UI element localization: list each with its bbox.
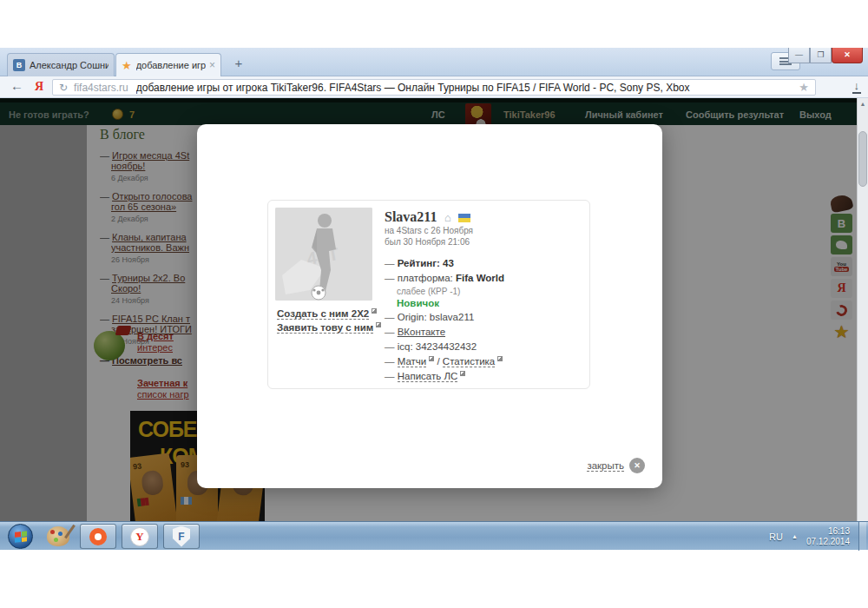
start-button[interactable] bbox=[8, 524, 33, 549]
player-silhouette-image: 4ST bbox=[275, 208, 372, 301]
player-card: 4ST Создать с ним 2X2 Заявить тову с ним… bbox=[267, 200, 590, 389]
links-separator: / bbox=[437, 356, 439, 367]
clock-date: 07.12.2014 bbox=[806, 537, 850, 547]
rating-label: Рейтинг: bbox=[398, 258, 440, 268]
icq-number: icq: 34234432432 bbox=[385, 340, 504, 354]
yandex-logo-icon[interactable]: Я bbox=[35, 80, 43, 94]
system-tray: RU ▲ 16:13 07.12.2014 bbox=[769, 522, 868, 551]
player-actions: Создать с ним 2X2 Заявить тову с ним bbox=[277, 307, 381, 334]
last-seen: был 30 Ноября 21:06 bbox=[385, 236, 473, 248]
window-controls: — ❐ ✕ bbox=[788, 48, 863, 63]
member-since: на 4Stars с 26 Ноября bbox=[385, 225, 473, 236]
player-identity: Slava211 ⌂ на 4Stars с 26 Ноября был 30 … bbox=[385, 209, 473, 248]
weaker-note: слабее (КРР -1) bbox=[397, 286, 504, 297]
bookmark-star-icon[interactable]: ★ bbox=[799, 81, 809, 94]
external-link-icon bbox=[497, 356, 503, 361]
tab-strip: B Александр Сошников ★ добавление игры о… bbox=[0, 48, 868, 76]
star-favicon-icon: ★ bbox=[122, 59, 132, 72]
new-tab-button[interactable]: + bbox=[227, 56, 250, 72]
yandex-browser-icon: Y bbox=[130, 527, 149, 546]
home-icon: ⌂ bbox=[444, 211, 451, 224]
address-url: fifa4stars.ru bbox=[74, 82, 128, 94]
tab-active-fifa4stars[interactable]: ★ добавление игры от и × bbox=[115, 53, 221, 76]
invite-friendly-link[interactable]: Заявить тову с ним bbox=[277, 322, 373, 334]
taskbar-clock[interactable]: 16:13 07.12.2014 bbox=[806, 526, 850, 547]
external-link-icon bbox=[376, 322, 381, 327]
write-pm-link[interactable]: Написать ЛС bbox=[398, 371, 458, 382]
windows-logo-icon bbox=[15, 531, 27, 542]
platform-value: Fifa World bbox=[456, 273, 504, 283]
back-button[interactable]: ← bbox=[10, 78, 23, 93]
player-details: Рейтинг: 43 платформа: Fifa World слабее… bbox=[385, 256, 504, 384]
scrollbar-thumb[interactable] bbox=[858, 131, 867, 187]
tab-title: Александр Сошников bbox=[30, 60, 108, 70]
origin-id: Origin: bslava211 bbox=[385, 310, 504, 325]
minimize-button[interactable]: — bbox=[788, 48, 810, 63]
address-page-title: добавление игры от игрока TikiTaker96. F… bbox=[136, 82, 794, 94]
external-link-icon bbox=[372, 308, 377, 314]
rating-value: 43 bbox=[443, 258, 454, 268]
paint-taskbar-icon[interactable] bbox=[47, 526, 69, 546]
close-window-button[interactable]: ✕ bbox=[832, 48, 863, 63]
origin-icon bbox=[89, 528, 107, 545]
external-link-icon bbox=[429, 356, 434, 361]
hidden-icons-arrow[interactable]: ▲ bbox=[792, 533, 798, 539]
tab-vk[interactable]: B Александр Сошников bbox=[7, 53, 115, 76]
platform-label: платформа: bbox=[398, 273, 453, 283]
f-shield-icon: F bbox=[173, 526, 190, 547]
create-2x2-link[interactable]: Создать с ним 2X2 bbox=[277, 308, 369, 320]
scrollbar-up-arrow[interactable]: ▲ bbox=[858, 98, 868, 109]
modal-close-area: закрыть ✕ bbox=[587, 458, 645, 473]
clock-time: 16:13 bbox=[806, 526, 850, 537]
origin-taskbar-button[interactable] bbox=[80, 524, 116, 549]
address-bar[interactable]: ↻ fifa4stars.ru добавление игры от игрок… bbox=[52, 79, 816, 96]
show-desktop-button[interactable] bbox=[858, 522, 866, 551]
browser-window: B Александр Сошников ★ добавление игры о… bbox=[0, 48, 868, 550]
language-indicator[interactable]: RU bbox=[769, 532, 783, 542]
downloads-icon[interactable]: ↓ bbox=[852, 79, 862, 94]
shield-app-taskbar-button[interactable]: F bbox=[163, 524, 200, 549]
external-link-icon bbox=[460, 371, 465, 376]
tab-title: добавление игры от и bbox=[136, 60, 206, 70]
reload-icon[interactable]: ↻ bbox=[59, 82, 68, 94]
player-profile-modal: 4ST Создать с ним 2X2 Заявить тову с ним… bbox=[197, 124, 662, 488]
close-link[interactable]: закрыть bbox=[587, 460, 624, 472]
vk-profile-link[interactable]: ВКонтакте bbox=[398, 327, 445, 337]
matches-link[interactable]: Матчи bbox=[398, 356, 427, 367]
close-icon[interactable]: ✕ bbox=[629, 458, 645, 473]
ukraine-flag-icon bbox=[458, 214, 470, 222]
yandex-browser-taskbar-button[interactable]: Y bbox=[122, 524, 158, 549]
scrollbar[interactable]: ▲ bbox=[857, 98, 868, 521]
statistics-link[interactable]: Статистика bbox=[443, 356, 495, 367]
rank-badge: Новичок bbox=[397, 297, 504, 310]
browser-toolbar: ← Я ↻ fifa4stars.ru добавление игры от и… bbox=[0, 76, 868, 98]
windows-taskbar: Y F RU ▲ 16:13 07.12.2014 bbox=[0, 521, 868, 550]
vk-favicon-icon: B bbox=[13, 59, 25, 71]
maximize-button[interactable]: ❐ bbox=[810, 48, 832, 63]
tab-close-icon[interactable]: × bbox=[209, 59, 215, 71]
player-name: Slava211 bbox=[385, 209, 437, 224]
